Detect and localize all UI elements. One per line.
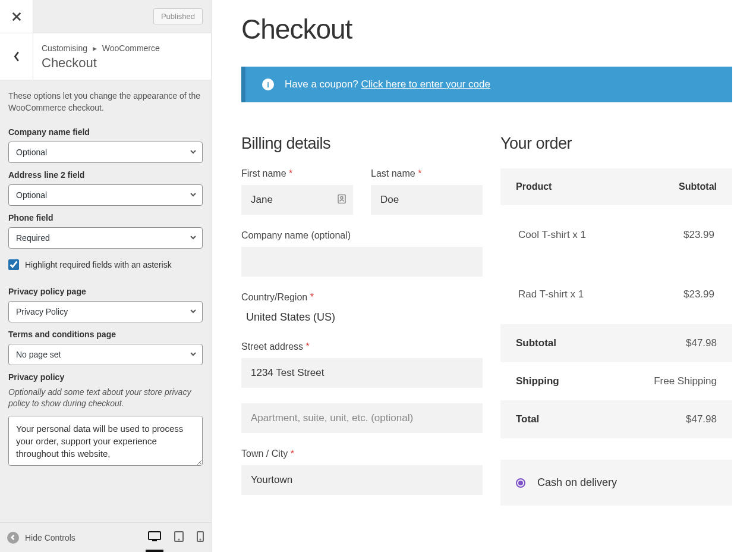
city-field: Town / City *	[241, 448, 483, 495]
device-tablet-button[interactable]	[174, 531, 184, 544]
item-name: Rad T-shirt x 1	[518, 288, 683, 300]
address2-select[interactable]: Optional	[8, 184, 203, 206]
breadcrumb-sep-icon: ▸	[93, 43, 97, 53]
header-subtotal: Subtotal	[679, 181, 717, 192]
terms-page-label: Terms and conditions page	[8, 330, 203, 339]
terms-page-select[interactable]: No page set	[8, 344, 203, 365]
company-input[interactable]	[241, 247, 483, 277]
svg-rect-2	[149, 532, 160, 540]
device-desktop-button[interactable]	[148, 531, 161, 544]
apt-field	[241, 403, 483, 433]
payment-method-label: Cash on delivery	[537, 476, 617, 489]
coupon-prompt: Have a coupon?	[285, 79, 358, 90]
back-button[interactable]	[0, 33, 33, 80]
highlight-required-label[interactable]: Highlight required fields with an asteri…	[25, 260, 172, 269]
chevron-left-circle-icon	[7, 532, 19, 544]
item-price: $23.99	[683, 288, 714, 300]
country-value[interactable]: United States (US)	[241, 309, 483, 326]
last-name-input[interactable]	[371, 185, 483, 215]
page-title: Checkout	[241, 13, 732, 45]
phone-label: Phone field	[8, 213, 203, 222]
coupon-notice: i Have a coupon? Click here to enter you…	[241, 67, 732, 102]
phone-select[interactable]: Required	[8, 227, 203, 249]
publish-status-button[interactable]: Published	[153, 8, 203, 24]
city-label: Town / City *	[241, 448, 483, 459]
chevron-left-icon	[12, 51, 21, 62]
address2-label: Address line 2 field	[8, 170, 203, 180]
svg-point-9	[341, 197, 343, 199]
sidebar-topbar: Published	[0, 0, 211, 33]
svg-point-7	[200, 540, 201, 540]
svg-point-5	[179, 540, 179, 540]
table-row: Rad T-shirt x 1 $23.99	[500, 265, 732, 324]
apt-input[interactable]	[241, 403, 483, 433]
hide-controls-label: Hide Controls	[25, 533, 75, 542]
highlight-required-control: Highlight required fields with an asteri…	[0, 251, 211, 275]
table-row: Cool T-shirt x 1 $23.99	[500, 205, 732, 265]
company-field: Company name (optional)	[241, 230, 483, 277]
order-summary: Subtotal $47.98 Shipping Free Shipping T…	[500, 324, 732, 438]
device-mobile-button[interactable]	[197, 531, 204, 544]
breadcrumb: Customising ▸ WooCommerce	[42, 43, 160, 53]
privacy-page-select[interactable]: Privacy Policy	[8, 301, 203, 322]
header-product: Product	[516, 181, 679, 192]
close-icon	[11, 11, 22, 22]
breadcrumb-root: Customising	[42, 43, 87, 53]
mobile-icon	[197, 531, 204, 542]
first-name-label: First name *	[241, 168, 353, 179]
last-name-label: Last name *	[371, 168, 483, 179]
order-title: Your order	[500, 134, 732, 153]
company-name-control: Company name field Optional	[0, 123, 211, 165]
privacy-policy-sub: Optionally add some text about your stor…	[8, 387, 203, 410]
privacy-policy-label: Privacy policy	[8, 372, 203, 382]
info-icon: i	[262, 79, 274, 90]
checkout-preview[interactable]: Checkout i Have a coupon? Click here to …	[212, 0, 756, 552]
country-field: Country/Region * United States (US)	[241, 292, 483, 326]
privacy-page-label: Privacy policy page	[8, 287, 203, 296]
billing-title: Billing details	[241, 134, 483, 153]
close-customizer-button[interactable]	[0, 0, 33, 33]
hide-controls-button[interactable]: Hide Controls	[7, 532, 75, 544]
phone-control: Phone field Required	[0, 208, 211, 251]
first-name-field: First name *	[241, 168, 353, 215]
highlight-required-checkbox[interactable]	[8, 259, 19, 270]
item-name: Cool T-shirt x 1	[518, 229, 683, 241]
section-title: Checkout	[42, 55, 160, 71]
desktop-icon	[148, 531, 161, 542]
svg-rect-3	[152, 540, 157, 541]
privacy-policy-textarea[interactable]	[8, 416, 203, 466]
country-label: Country/Region *	[241, 292, 483, 303]
summary-total: Total $47.98	[500, 400, 732, 438]
street-input[interactable]	[241, 358, 483, 388]
customizer-sidebar: Published Customising ▸ WooCommerce Chec…	[0, 0, 212, 552]
radio-selected-icon	[516, 478, 525, 488]
privacy-policy-text-control: Privacy policy Optionally add some text …	[0, 368, 211, 470]
sidebar-header: Customising ▸ WooCommerce Checkout	[0, 33, 211, 80]
address2-control: Address line 2 field Optional	[0, 165, 211, 208]
coupon-link[interactable]: Click here to enter your code	[361, 79, 490, 90]
street-field: Street address *	[241, 341, 483, 388]
last-name-field: Last name *	[371, 168, 483, 215]
company-name-label: Company name field	[8, 127, 203, 137]
order-table: Product Subtotal Cool T-shirt x 1 $23.99…	[500, 168, 732, 324]
contact-card-icon	[338, 195, 346, 206]
tablet-icon	[174, 531, 184, 542]
city-input[interactable]	[241, 465, 483, 495]
breadcrumb-parent[interactable]: WooCommerce	[102, 43, 160, 53]
summary-subtotal: Subtotal $47.98	[500, 324, 732, 362]
street-label: Street address *	[241, 341, 483, 352]
terms-page-control: Terms and conditions page No page set	[0, 325, 211, 368]
sidebar-footer: Hide Controls	[0, 522, 211, 552]
sidebar-scroll[interactable]: These options let you change the appeara…	[0, 80, 211, 522]
payment-method[interactable]: Cash on delivery	[500, 460, 732, 506]
first-name-input[interactable]	[241, 185, 353, 215]
privacy-page-control: Privacy policy page Privacy Policy	[0, 282, 211, 325]
item-price: $23.99	[683, 229, 714, 241]
company-name-select[interactable]: Optional	[8, 142, 203, 163]
section-description: These options let you change the appeara…	[0, 80, 211, 123]
order-table-header: Product Subtotal	[500, 168, 732, 205]
company-label: Company name (optional)	[241, 230, 483, 241]
summary-shipping: Shipping Free Shipping	[500, 362, 732, 400]
